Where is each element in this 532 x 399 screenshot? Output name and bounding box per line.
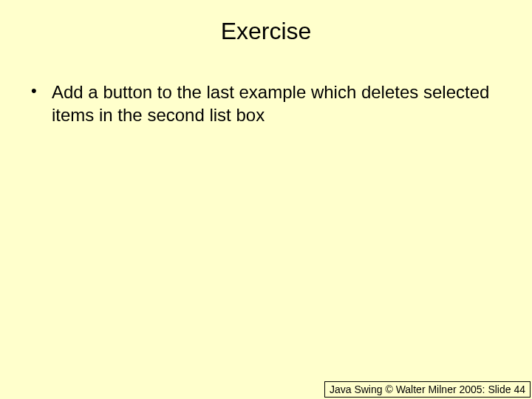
bullet-item: Add a button to the last example which d… (28, 81, 504, 126)
slide-content: Add a button to the last example which d… (0, 45, 532, 126)
footer-prefix: Java Swing © Walter Milner 2005: Slide (330, 383, 514, 395)
footer-box: Java Swing © Walter Milner 2005: Slide 4… (324, 381, 531, 398)
slide-title: Exercise (0, 0, 532, 45)
bullet-list: Add a button to the last example which d… (28, 81, 504, 126)
slide-number: 44 (514, 383, 525, 395)
